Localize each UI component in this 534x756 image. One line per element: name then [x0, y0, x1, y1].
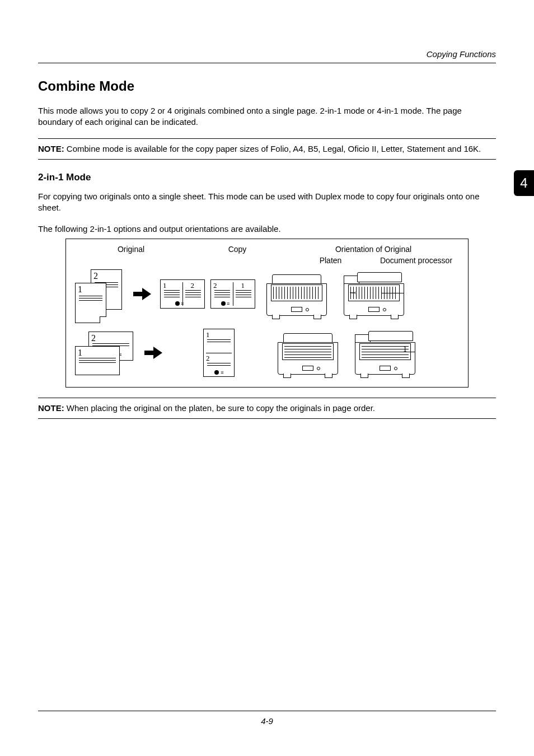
page-number: 4-9	[0, 716, 534, 726]
sub-paragraph: For copying two originals onto a single …	[38, 191, 496, 214]
chapter-tab: 4	[514, 170, 534, 196]
copy-pair-row1: 1 2 ≡ 2 1	[160, 279, 255, 309]
page: Copying Functions 4 Combine Mode This mo…	[0, 0, 534, 756]
diagram-row-1: 2 1 ≡	[75, 269, 459, 319]
footer-rule	[38, 711, 496, 711]
platen-icon	[274, 331, 341, 375]
original-portrait-stack: 2 1 ≡	[75, 269, 125, 319]
note-lead: NOTE:	[38, 403, 64, 413]
col-copy: Copy	[187, 245, 288, 254]
diagram-header-row: Original Copy Orientation of Original	[75, 245, 459, 254]
diagram-wrap: Original Copy Orientation of Original Pl…	[38, 239, 496, 388]
subsection-title: 2-in-1 Mode	[38, 172, 496, 183]
options-sentence: The following 2-in-1 options and output …	[38, 223, 496, 235]
col-orientation: Orientation of Original	[288, 245, 459, 254]
copy-stack-row2: 1 2 ≡	[171, 329, 266, 377]
copy-1-2: 1 2 ≡	[160, 279, 205, 309]
note-text: Combine mode is available for the copy p…	[64, 144, 481, 153]
note-lead: NOTE:	[38, 144, 64, 153]
arrow-icon	[144, 348, 163, 358]
document-processor-icon: 1	[340, 272, 407, 316]
note-text: When placing the original on the platen,…	[64, 403, 375, 413]
original-landscape-stack: 2 ≡ 1	[75, 332, 137, 374]
content-area: Combine Mode This mode allows you to cop…	[38, 78, 496, 431]
running-header: Copying Functions	[427, 49, 496, 59]
copy-1-over-2: 1 2 ≡	[203, 329, 235, 377]
platen-icon	[263, 272, 330, 316]
col-original: Original	[75, 245, 187, 254]
document-processor-icon: 1	[352, 331, 419, 375]
diagram-subheader-row: Platen Document processor	[75, 256, 459, 265]
diagram-box: Original Copy Orientation of Original Pl…	[65, 239, 469, 388]
note-combine-sizes: NOTE: Combine mode is available for the …	[38, 138, 496, 160]
corner-fold-icon	[100, 316, 106, 323]
copy-2-1: 2 1 ≡	[210, 279, 255, 309]
header-rule	[38, 63, 496, 63]
col-platen: Platen	[288, 256, 373, 265]
note-page-order: NOTE: When placing the original on the p…	[38, 398, 496, 419]
orientation-pair-row1: 1	[263, 272, 407, 316]
original-page-1-landscape: 1	[75, 346, 120, 375]
section-title: Combine Mode	[38, 78, 496, 94]
orientation-pair-row2: 1	[274, 331, 419, 375]
col-document-processor: Document processor	[373, 256, 459, 265]
intro-paragraph: This mode allows you to copy 2 or 4 orig…	[38, 105, 496, 128]
diagram-row-2: 2 ≡ 1	[75, 329, 459, 377]
original-page-1: 1 ≡	[75, 283, 106, 323]
arrow-icon	[133, 289, 152, 299]
